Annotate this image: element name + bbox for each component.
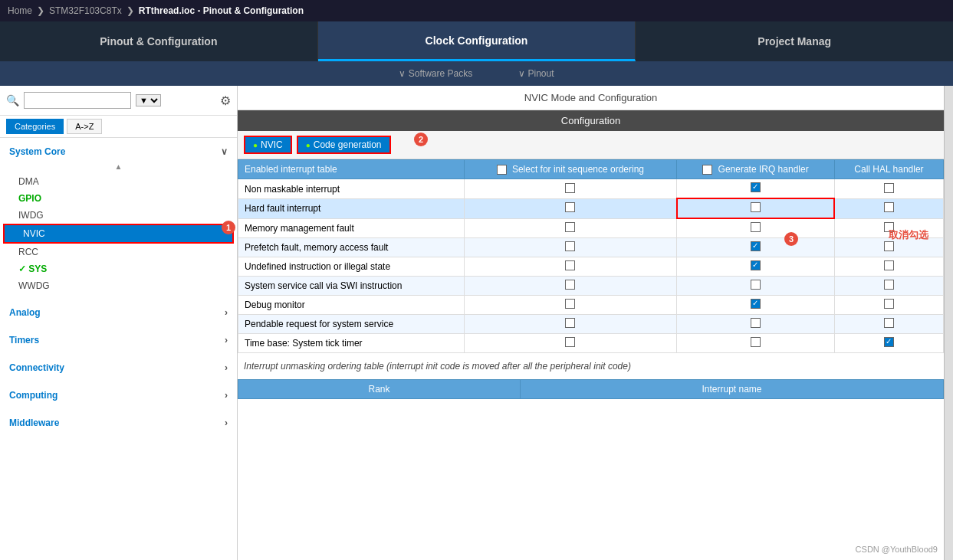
- interrupt-hal-1[interactable]: [834, 198, 943, 218]
- interrupt-name-3: Prefetch fault, memory access fault: [238, 238, 465, 257]
- right-scrollbar[interactable]: [944, 86, 953, 560]
- breadcrumb-sep1: ❯: [37, 5, 44, 16]
- interrupt-sel-2[interactable]: [464, 218, 676, 238]
- interrupt-gen-8[interactable]: [677, 334, 835, 353]
- badge-1: 1: [222, 221, 235, 234]
- tab-categories[interactable]: Categories: [6, 119, 64, 134]
- sub-tab-software-packs[interactable]: ∨ Software Packs: [399, 66, 472, 81]
- chevron-timers: ›: [225, 335, 228, 345]
- interrupt-sel-1[interactable]: [464, 198, 676, 218]
- watermark: CSDN @YouthBlood9: [856, 545, 938, 554]
- nvic-inner-tabs: ● NVIC ● Code generation 2: [238, 131, 944, 159]
- scroll-arrows: ▲: [0, 161, 237, 173]
- main-tab-bar: Pinout & Configuration Clock Configurati…: [0, 21, 953, 61]
- breadcrumb-bar: Home ❯ STM32F103C8Tx ❯ RTthread.ioc - Pi…: [0, 0, 953, 21]
- breadcrumb-sep2: ❯: [127, 5, 134, 16]
- interrupt-name-4: Undefined instruction or illegal state: [238, 257, 465, 277]
- interrupt-hal-5[interactable]: [834, 277, 943, 296]
- interrupt-hal-6[interactable]: [834, 296, 943, 315]
- sidebar-item-dma[interactable]: DMA: [0, 173, 237, 190]
- search-icon[interactable]: 🔍: [6, 94, 19, 106]
- badge-3: 3: [784, 232, 798, 246]
- section-header-timers[interactable]: Timers ›: [0, 331, 237, 349]
- section-header-analog[interactable]: Analog ›: [0, 303, 237, 322]
- chevron-connectivity: ›: [225, 362, 228, 373]
- interrupt-gen-6[interactable]: [677, 296, 835, 315]
- section-analog: Analog ›: [0, 299, 237, 326]
- chevron-system-core: ∨: [221, 146, 228, 157]
- section-header-middleware[interactable]: Middleware ›: [0, 414, 237, 432]
- badge-2: 2: [414, 133, 428, 146]
- interrupt-name-7: Pendable request for system service: [238, 315, 465, 334]
- config-title: Configuration: [238, 110, 944, 131]
- interrupt-sel-5[interactable]: [464, 277, 676, 296]
- scroll-up-arrow[interactable]: ▲: [115, 162, 123, 172]
- section-header-system-core[interactable]: System Core ∨: [0, 142, 237, 161]
- sidebar-filter-tabs: Categories A->Z: [0, 116, 237, 138]
- sidebar-item-rcc[interactable]: RCC: [0, 244, 237, 260]
- interrupt-gen-7[interactable]: [677, 315, 835, 334]
- interrupt-gen-4[interactable]: [677, 257, 835, 277]
- section-header-computing[interactable]: Computing ›: [0, 386, 237, 404]
- interrupt-name-6: Debug monitor: [238, 296, 465, 315]
- sub-tab-bar: ∨ Software Packs ∨ Pinout: [0, 61, 953, 86]
- interrupt-gen-5[interactable]: [677, 277, 835, 296]
- interrupt-hal-8[interactable]: [834, 334, 943, 353]
- interrupt-hal-7[interactable]: [834, 315, 943, 334]
- nvic-dot: ●: [253, 141, 258, 149]
- tab-project[interactable]: Project Manag: [636, 21, 953, 61]
- section-connectivity: Connectivity ›: [0, 354, 237, 382]
- sidebar-item-gpio[interactable]: GPIO: [0, 190, 237, 207]
- chevron-middleware: ›: [225, 418, 228, 428]
- sidebar-item-wwdg[interactable]: WWDG: [0, 277, 237, 294]
- interrupt-table: Enabled interrupt table Select for init …: [238, 159, 944, 353]
- sidebar-item-nvic[interactable]: NVIC: [3, 224, 234, 244]
- interrupt-gen-1[interactable]: [677, 198, 835, 218]
- select-init-header-cb[interactable]: [497, 165, 507, 175]
- annotation-cancel: 取消勾选: [889, 228, 928, 242]
- section-header-connectivity[interactable]: Connectivity ›: [0, 359, 237, 377]
- tab-a-to-z[interactable]: A->Z: [67, 119, 102, 134]
- sidebar-item-sys[interactable]: ✓ SYS: [0, 260, 237, 277]
- code-gen-dot: ●: [306, 141, 311, 149]
- interrupt-hal-4[interactable]: [834, 257, 943, 277]
- section-timers: Timers ›: [0, 326, 237, 354]
- interrupt-gen-0[interactable]: [677, 179, 835, 199]
- interrupt-name-2: Memory management fault: [238, 218, 465, 238]
- interrupt-sel-3[interactable]: [464, 238, 676, 257]
- interrupt-name-1: Hard fault interrupt: [238, 198, 465, 218]
- mode-title: NVIC Mode and Configuration: [238, 86, 944, 110]
- interrupt-name-0: Non maskable interrupt: [238, 179, 465, 199]
- interrupt-sel-7[interactable]: [464, 315, 676, 334]
- breadcrumb-home[interactable]: Home: [8, 5, 32, 16]
- th-interrupt-name: Interrupt name: [521, 380, 944, 399]
- th-generate-irq: Generate IRQ handler: [677, 160, 835, 179]
- interrupt-sel-6[interactable]: [464, 296, 676, 315]
- chevron-computing: ›: [225, 390, 228, 401]
- breadcrumb-chip[interactable]: STM32F103C8Tx: [49, 5, 122, 16]
- interrupt-gen-3[interactable]: [677, 238, 835, 257]
- interrupt-sel-8[interactable]: [464, 334, 676, 353]
- search-input[interactable]: [24, 92, 131, 109]
- sidebar-item-iwdg[interactable]: IWDG: [0, 207, 237, 224]
- nvic-tab-code-gen[interactable]: ● Code generation: [297, 136, 391, 154]
- section-system-core: System Core ∨ ▲ DMA GPIO IWDG NVIC 1 RCC…: [0, 138, 237, 299]
- interrupt-table-wrapper: Enabled interrupt table Select for init …: [238, 159, 944, 353]
- nvic-tab-nvic[interactable]: ● NVIC: [244, 136, 292, 154]
- interrupt-sel-0[interactable]: [464, 179, 676, 199]
- breadcrumb-file[interactable]: RTthread.ioc - Pinout & Configuration: [139, 5, 304, 16]
- th-enabled: Enabled interrupt table: [238, 160, 465, 179]
- interrupt-hal-0[interactable]: [834, 179, 943, 199]
- search-dropdown[interactable]: ▼: [136, 94, 161, 106]
- info-text: Interrupt unmasking ordering table (inte…: [238, 353, 944, 379]
- sub-tab-pinout[interactable]: ∨ Pinout: [518, 66, 554, 81]
- content-area: NVIC Mode and Configuration Configuratio…: [238, 86, 944, 560]
- interrupt-gen-2[interactable]: [677, 218, 835, 238]
- interrupt-sel-4[interactable]: [464, 257, 676, 277]
- tab-clock[interactable]: Clock Configuration: [318, 21, 636, 61]
- tab-pinout[interactable]: Pinout & Configuration: [0, 21, 318, 61]
- sidebar-item-nvic-wrapper: NVIC 1: [0, 224, 237, 244]
- generate-irq-header-cb[interactable]: [702, 165, 712, 175]
- th-call-hal: Call HAL handler: [834, 160, 943, 179]
- gear-icon[interactable]: ⚙: [220, 93, 231, 108]
